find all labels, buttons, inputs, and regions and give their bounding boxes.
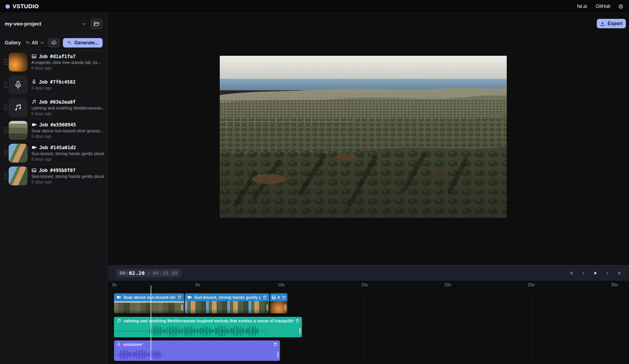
download-icon: [600, 21, 605, 26]
music-note-icon: [31, 99, 37, 104]
ruler-tick: [381, 284, 382, 285]
drag-handle-icon[interactable]: [2, 104, 9, 111]
link-github[interactable]: GitHub: [596, 4, 610, 9]
timeline-clip-voiceover[interactable]: voiceover: [114, 340, 280, 361]
playhead[interactable]: [151, 285, 151, 360]
gallery-filter-button[interactable]: All: [25, 40, 45, 46]
drag-handle-icon[interactable]: [2, 127, 9, 134]
job-description: A majestic olive tree stands tall, its…: [31, 60, 104, 65]
trash-icon: [282, 295, 286, 300]
timeline-clip-image[interactable]: A: [270, 293, 287, 313]
ruler-tick: [481, 284, 482, 285]
job-row[interactable]: Job #03e2ea0f calming and soothing Medit…: [0, 96, 107, 119]
delete-clip-button[interactable]: [295, 318, 300, 323]
skip-start-icon: [570, 271, 574, 276]
ruler-tick: [348, 284, 349, 285]
ruler-label: 25s: [524, 282, 538, 287]
job-label: Job: [39, 145, 48, 150]
drag-handle-icon[interactable]: [2, 150, 9, 157]
transport-controls: [567, 269, 623, 278]
delete-clip-button[interactable]: [273, 342, 278, 347]
job-thumbnail: [9, 166, 28, 185]
ruler-tick: [148, 284, 149, 285]
ruler-tick: [265, 284, 265, 285]
job-label: Job: [39, 54, 48, 59]
clip-resize-handle[interactable]: [267, 304, 268, 311]
clip-resize-handle[interactable]: [277, 351, 279, 358]
trash-icon: [177, 295, 182, 300]
image-icon: [272, 295, 276, 300]
ruler-tick: [398, 284, 399, 285]
open-project-button[interactable]: [90, 18, 103, 29]
clip-resize-handle[interactable]: [285, 304, 286, 311]
ruler-tick: [214, 284, 215, 285]
timecode-separator: /: [147, 270, 150, 276]
ruler-tick: [414, 284, 415, 285]
job-label: Job: [39, 122, 48, 128]
trash-icon: [273, 342, 278, 347]
play-button[interactable]: [591, 269, 600, 278]
timeline-clip-video-1[interactable]: Soar above sun-kissed olive: [114, 293, 184, 313]
project-name[interactable]: my-veo-project: [5, 21, 81, 27]
next-frame-button[interactable]: [603, 269, 612, 278]
timeline-clip-music[interactable]: calming and soothing Mediterranean-inspi…: [114, 317, 302, 337]
export-button[interactable]: Export: [597, 19, 626, 28]
sidebar: my-veo-project Gallery All Generate...: [0, 13, 108, 364]
trash-icon: [295, 318, 300, 323]
ruler-tick: [581, 284, 582, 285]
chevron-down-icon[interactable]: [81, 21, 86, 27]
skip-to-start-button[interactable]: [567, 269, 576, 278]
job-timestamp: 6 days ago: [31, 111, 104, 116]
job-label: Job: [39, 99, 48, 105]
gridline: [448, 291, 448, 360]
ruler-tick: [598, 284, 599, 285]
music-note-icon: [14, 103, 22, 112]
job-row[interactable]: Job #145a01d2 Sun-kissed, strong hands g…: [0, 142, 107, 165]
ruler-label: 10s: [274, 282, 288, 287]
microphone-icon: [14, 80, 22, 89]
generate-button[interactable]: Generate...: [63, 38, 103, 48]
ruler-tick: [548, 284, 548, 285]
job-row[interactable]: Job #d1af1fa7 A majestic olive tree stan…: [0, 51, 107, 73]
timeline-clip-video-2[interactable]: Sun-kissed, strong hands gently plu: [185, 293, 269, 313]
drag-handle-icon[interactable]: [2, 59, 9, 66]
ruler-label: 20s: [441, 282, 454, 287]
filter-icon: [25, 40, 30, 45]
microphone-icon: [31, 79, 37, 84]
settings-gear-icon[interactable]: ⚙: [618, 4, 623, 9]
upload-button[interactable]: [48, 38, 60, 48]
chevron-left-icon: [581, 271, 586, 276]
cloud-upload-icon: [51, 40, 57, 46]
skip-to-end-button[interactable]: [614, 269, 623, 278]
job-row[interactable]: Job #495b8f07 Sun-kissed, strong hands g…: [0, 165, 107, 187]
previous-frame-button[interactable]: [579, 269, 588, 278]
ruler-label: 0s: [108, 282, 121, 287]
drag-handle-icon[interactable]: [2, 172, 9, 179]
link-fal-ai[interactable]: fal.ai: [577, 4, 587, 9]
job-thumbnail: [9, 121, 28, 140]
job-label: Job: [39, 79, 48, 85]
delete-clip-button[interactable]: [263, 295, 267, 300]
ruler-tick: [248, 284, 248, 285]
clip-resize-handle[interactable]: [181, 304, 183, 311]
ruler-tick: [331, 284, 332, 285]
job-label: Job: [39, 168, 48, 173]
clip-resize-handle[interactable]: [299, 328, 301, 334]
delete-clip-button[interactable]: [177, 295, 182, 300]
drag-handle-icon[interactable]: [2, 81, 9, 88]
ruler-label: 30s: [608, 282, 621, 287]
job-row[interactable]: Job #7f6c4582 6 days ago: [0, 73, 107, 96]
ruler-tick: [131, 284, 132, 285]
video-camera-icon: [116, 295, 121, 300]
ruler-tick: [565, 284, 565, 285]
ruler-tick: [498, 284, 498, 285]
delete-clip-button[interactable]: [282, 295, 286, 300]
clip-label: A: [277, 295, 281, 300]
ruler-label: 15s: [358, 282, 371, 287]
current-time-hours: 00:: [120, 270, 129, 276]
job-timestamp: 6 days ago: [31, 157, 104, 161]
timeline-controls-bar: 00:02.20 / 00:30.00: [108, 265, 629, 281]
timecode-display: 00:02.20 / 00:30.00: [116, 269, 181, 277]
job-row[interactable]: Job #e5960945 Soar above sun-kissed oliv…: [0, 119, 107, 142]
job-description: Sun-kissed, strong hands gently pluck…: [31, 151, 104, 156]
